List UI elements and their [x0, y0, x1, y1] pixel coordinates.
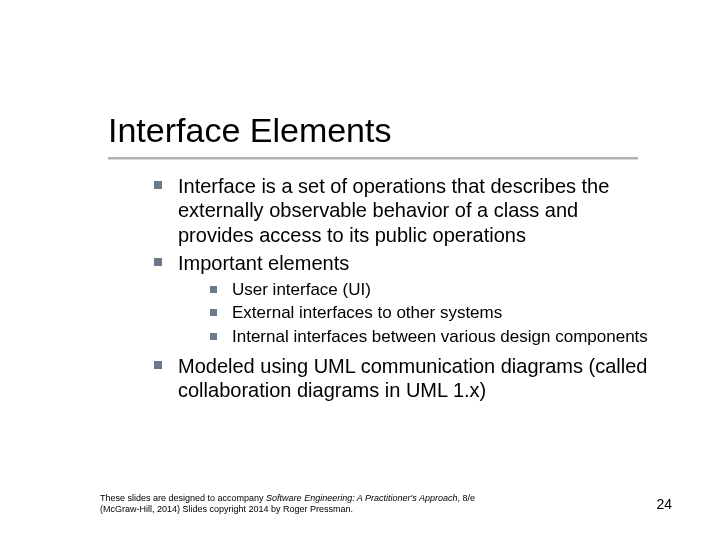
footer-suffix: , 8/e: [457, 493, 475, 503]
slide: Interface Elements Interface is a set of…: [0, 0, 720, 540]
title-block: Interface Elements: [108, 112, 660, 160]
bullet-text: Modeled using UML communication diagrams…: [178, 355, 647, 401]
footer-prefix: These slides are designed to accompany: [100, 493, 266, 503]
page-number: 24: [656, 496, 672, 512]
slide-title: Interface Elements: [108, 112, 660, 155]
sub-bullet-text: Internal interfaces between various desi…: [232, 327, 648, 346]
bullet-item: Important elements User interface (UI) E…: [148, 251, 648, 348]
bullet-text: Important elements: [178, 252, 349, 274]
bullet-list: Interface is a set of operations that de…: [148, 174, 648, 403]
footer-attribution: These slides are designed to accompany S…: [100, 493, 580, 516]
sub-bullet-item: External interfaces to other systems: [206, 303, 648, 324]
bullet-text: Interface is a set of operations that de…: [178, 175, 609, 246]
bullet-item: Modeled using UML communication diagrams…: [148, 354, 648, 403]
title-underline: [108, 157, 638, 160]
sub-bullet-text: User interface (UI): [232, 280, 371, 299]
sub-bullet-item: User interface (UI): [206, 280, 648, 301]
bullet-item: Interface is a set of operations that de…: [148, 174, 648, 247]
sub-bullet-item: Internal interfaces between various desi…: [206, 327, 648, 348]
sub-bullet-list: User interface (UI) External interfaces …: [178, 280, 648, 348]
slide-body: Interface is a set of operations that de…: [148, 174, 648, 407]
sub-bullet-text: External interfaces to other systems: [232, 303, 502, 322]
footer-book-title: Software Engineering: A Practitioner's A…: [266, 493, 457, 503]
footer-line2: (McGraw-Hill, 2014) Slides copyright 201…: [100, 504, 353, 514]
